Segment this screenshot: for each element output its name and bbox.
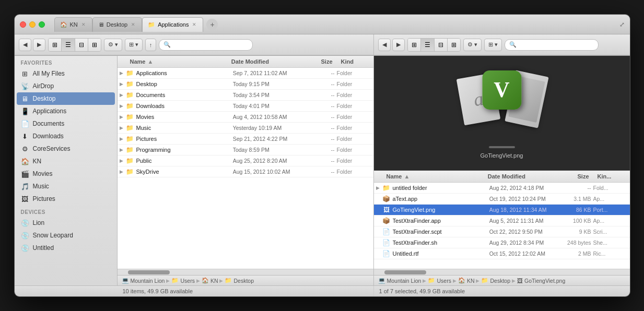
expand-arrow[interactable]: ▶ — [118, 103, 126, 109]
sidebar-item-applications[interactable]: 📱 Applications — [15, 105, 117, 117]
expand-arrow[interactable]: ▶ — [118, 136, 126, 141]
table-row[interactable]: ▶ 📁 Desktop Today 9:15 PM -- Folder — [118, 79, 373, 90]
sidebar-item-label: Untitled — [33, 244, 54, 252]
col-kind-left[interactable]: Kind — [337, 57, 373, 66]
sidebar-item-lion[interactable]: 💿 Lion — [15, 217, 117, 229]
file-date: Today 4:01 PM — [233, 103, 306, 109]
file-kind: Ap... — [593, 218, 630, 224]
file-date: Aug 25, 2012 8:20 AM — [233, 158, 306, 164]
back-button-left[interactable]: ◀ — [19, 39, 31, 51]
tab-desktop[interactable]: 🖥 Desktop ✕ — [92, 17, 142, 32]
file-date: Aug 15, 2012 10:02 AM — [233, 169, 306, 175]
expand-arrow[interactable]: ▶ — [374, 185, 382, 190]
file-date: Yesterday 10:19 AM — [233, 125, 306, 131]
desktop-folder-icon-right: 📁 — [481, 277, 488, 284]
cover-view-right[interactable]: ⊞ — [448, 39, 460, 51]
col-kind-right[interactable]: Kin... — [593, 172, 630, 181]
table-row[interactable]: ▶ 📁 Downloads Today 4:01 PM -- Folder — [118, 101, 373, 112]
table-row[interactable]: ▶ 📁 Music Yesterday 10:19 AM -- Folder — [118, 123, 373, 134]
list-view-right[interactable]: ☰ — [421, 39, 435, 51]
arrange-button-left[interactable]: ⊞ ▾ — [125, 39, 143, 51]
col-size-right[interactable]: Size — [562, 172, 593, 181]
scrollbar-thumb-left[interactable] — [128, 270, 170, 274]
tab-kn[interactable]: 🏠 KN ✕ — [54, 17, 92, 32]
downloads-icon: ⬇ — [21, 132, 29, 140]
col-date-left[interactable]: Date Modified — [227, 57, 306, 66]
expand-arrow[interactable]: ▶ — [118, 81, 126, 87]
table-row[interactable]: ▶ 📁 SkyDrive Aug 15, 2012 10:02 AM -- Fo… — [118, 166, 373, 177]
forward-button-right[interactable]: ▶ — [392, 39, 405, 51]
table-row[interactable]: ▶ 📁 Applications Sep 7, 2012 11:02 AM --… — [118, 68, 373, 79]
expand-arrow[interactable]: ▶ — [118, 169, 126, 174]
table-row[interactable]: 📄 TestXtraFinder.scpt Oct 22, 2012 9:50 … — [374, 226, 630, 237]
scrollbar-right[interactable] — [374, 269, 630, 275]
table-row[interactable]: ▶ 📁 Public Aug 25, 2012 8:20 AM -- Folde… — [118, 156, 373, 166]
new-tab-button[interactable]: + — [206, 19, 218, 30]
tab-desktop-close[interactable]: ✕ — [130, 21, 136, 28]
search-bar-right[interactable]: 🔍 — [505, 39, 599, 51]
column-view-left[interactable]: ⊟ — [75, 39, 88, 51]
share-button-left[interactable]: ↑ — [145, 39, 157, 51]
expand-arrow[interactable]: ▶ — [118, 92, 126, 98]
scrollbar-thumb-right[interactable] — [384, 270, 426, 274]
tab-kn-close[interactable]: ✕ — [80, 21, 87, 28]
sidebar-item-movies[interactable]: 🎬 Movies — [15, 168, 117, 180]
sidebar-item-documents[interactable]: 📄 Documents — [15, 117, 117, 130]
status-right: 1 of 7 selected, 49.9 GB available — [374, 286, 630, 296]
table-row[interactable]: ▶ 📁 Movies Aug 4, 2012 10:58 AM -- Folde… — [118, 112, 373, 123]
table-row[interactable]: 📦 TestXtraFinder.app Aug 5, 2012 11:31 A… — [374, 216, 630, 226]
favorites-header: FAVORITES — [15, 56, 117, 67]
sidebar-item-music[interactable]: 🎵 Music — [15, 180, 117, 193]
forward-button-left[interactable]: ▶ — [33, 39, 45, 51]
tab-applications-close[interactable]: ✕ — [191, 21, 197, 28]
scrollbar-left[interactable] — [118, 269, 373, 275]
table-row[interactable]: 🖼 GoTiengViet.png Aug 18, 2012 11:34 AM … — [374, 205, 630, 216]
close-button[interactable] — [20, 21, 26, 28]
file-kind: Folder — [337, 81, 373, 87]
search-input-left[interactable] — [173, 42, 248, 48]
action-button-right[interactable]: ⚙ ▾ — [463, 39, 482, 51]
minimize-button[interactable] — [29, 21, 36, 28]
bc-users: Users — [180, 278, 194, 284]
sidebar-item-kn[interactable]: 🏠 KN — [15, 155, 117, 168]
cover-view-left[interactable]: ⊞ — [88, 39, 101, 51]
search-bar-left[interactable]: 🔍 — [159, 39, 253, 51]
search-input-right[interactable] — [519, 42, 594, 48]
expand-arrow[interactable]: ▶ — [118, 125, 126, 130]
expand-arrow[interactable]: ▶ — [118, 158, 126, 163]
column-view-right[interactable]: ⊟ — [435, 39, 448, 51]
col-date-right[interactable]: Date Modified — [484, 172, 562, 181]
list-view-left[interactable]: ☰ — [62, 39, 75, 51]
sidebar-item-airdrop[interactable]: 📡 AirDrop — [15, 80, 117, 92]
table-row[interactable]: ▶ 📁 Documents Today 3:54 PM -- Folder — [118, 90, 373, 101]
table-row[interactable]: ▶ 📁 Programming Today 8:59 PM -- Folder — [118, 145, 373, 156]
tab-applications[interactable]: 📁 Applications ✕ — [142, 17, 203, 32]
back-button-right[interactable]: ◀ — [378, 39, 391, 51]
sidebar-item-pictures[interactable]: 🖼 Pictures — [15, 193, 117, 205]
sidebar-item-desktop[interactable]: 🖥 Desktop — [17, 92, 115, 105]
icon-view-left[interactable]: ⊞ — [49, 39, 62, 51]
table-row[interactable]: ▶ 📁 untitled folder Aug 22, 2012 4:18 PM… — [374, 183, 630, 194]
sidebar-item-coreservices[interactable]: ⚙ CoreServices — [15, 142, 117, 155]
expand-arrow[interactable]: ▶ — [118, 147, 126, 152]
expand-arrow[interactable]: ▶ — [118, 70, 126, 76]
sidebar-item-all-my-files[interactable]: ⊞ All My Files — [15, 67, 117, 80]
arrange-button-right[interactable]: ⊞ ▾ — [484, 39, 502, 51]
icon-view-right[interactable]: ⊞ — [408, 39, 421, 51]
resize-button[interactable]: ⤢ — [619, 21, 625, 28]
fullscreen-button[interactable] — [39, 21, 45, 28]
sidebar-item-snow-leopard[interactable]: 💿 Snow Leopard — [15, 229, 117, 242]
table-row[interactable]: 📄 Untitled.rtf Oct 15, 2012 12:02 AM 2 M… — [374, 248, 630, 259]
table-row[interactable]: 📄 TestXtraFinder.sh Aug 29, 2012 8:34 PM… — [374, 237, 630, 248]
sidebar-item-untitled[interactable]: 💿 Untitled — [15, 242, 117, 254]
sidebar-item-downloads[interactable]: ⬇ Downloads — [15, 130, 117, 142]
sidebar-item-label: All My Files — [33, 70, 65, 77]
table-row[interactable]: 📦 aText.app Oct 19, 2012 10:24 PM 3.1 MB… — [374, 194, 630, 205]
expand-arrow[interactable]: ▶ — [118, 114, 126, 119]
col-name-left[interactable]: Name ▲ — [126, 57, 227, 66]
action-button-left[interactable]: ⚙ ▾ — [104, 39, 122, 51]
col-name-right[interactable]: Name ▲ — [382, 172, 484, 181]
table-row[interactable]: ▶ 📁 Pictures Sep 21, 2012 4:22 PM -- Fol… — [118, 134, 373, 145]
preview-filename: GoTiengViet.png — [481, 152, 523, 159]
col-size-left[interactable]: Size — [306, 57, 337, 66]
